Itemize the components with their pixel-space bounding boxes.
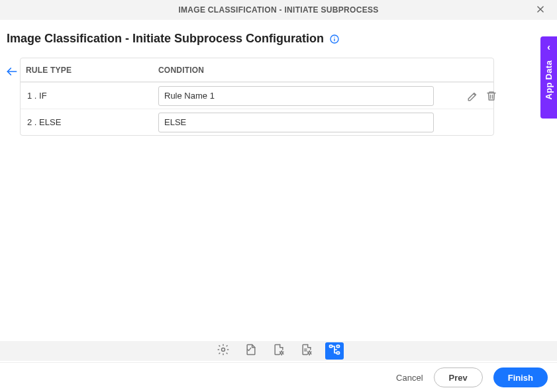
step-doc-check[interactable] <box>242 342 260 360</box>
delete-button[interactable] <box>485 90 497 102</box>
chevron-left-icon: ‹ <box>547 42 550 52</box>
document-gear-icon <box>272 343 285 359</box>
trash-icon <box>485 94 497 104</box>
table-row: 1 . IF <box>21 82 493 109</box>
svg-point-4 <box>334 36 334 37</box>
rule-type-label: 1 . IF <box>26 91 158 101</box>
col-header-rule-type: RULE TYPE <box>26 66 158 75</box>
gear-icon <box>217 343 230 359</box>
svg-point-8 <box>221 348 225 352</box>
app-data-tab[interactable]: ‹ App Data <box>540 36 557 119</box>
close-button[interactable] <box>531 0 550 20</box>
titlebar: IMAGE CLASSIFICATION - INITIATE SUBPROCE… <box>0 0 557 20</box>
step-subprocess[interactable] <box>325 342 344 360</box>
rule-type-label: 2 . ELSE <box>26 117 158 127</box>
app-data-label: App Data <box>544 60 554 99</box>
dialog-footer: Cancel Prev Finish <box>0 362 557 392</box>
page-title: Image Classification - Initiate Subproce… <box>7 32 324 46</box>
document-gear-icon <box>300 343 313 359</box>
cancel-button[interactable]: Cancel <box>396 373 423 383</box>
table-header-row: RULE TYPE CONDITION <box>21 58 493 82</box>
condition-input[interactable] <box>158 113 434 132</box>
back-button[interactable] <box>5 65 19 81</box>
pencil-icon <box>467 94 479 104</box>
edit-button[interactable] <box>467 90 479 102</box>
rules-table: RULE TYPE CONDITION 1 . IF <box>20 58 494 136</box>
col-header-condition: CONDITION <box>158 66 434 75</box>
row-actions <box>434 90 500 102</box>
step-settings[interactable] <box>214 342 232 360</box>
document-check-icon <box>244 343 258 359</box>
info-icon[interactable] <box>329 34 340 44</box>
step-doc-gear[interactable] <box>270 342 288 360</box>
svg-rect-14 <box>336 345 339 347</box>
condition-input[interactable] <box>158 86 434 106</box>
wizard-step-bar <box>0 341 557 361</box>
table-row: 2 . ELSE <box>21 109 493 135</box>
finish-button[interactable]: Finish <box>493 368 548 387</box>
titlebar-title: IMAGE CLASSIFICATION - INITIATE SUBPROCE… <box>178 5 378 15</box>
arrow-left-icon <box>5 69 19 80</box>
page-header: Image Classification - Initiate Subproce… <box>0 20 557 58</box>
flow-icon <box>328 343 341 359</box>
close-icon <box>536 5 545 16</box>
step-doc-gear-2[interactable] <box>297 342 316 360</box>
prev-button[interactable]: Prev <box>434 368 483 387</box>
